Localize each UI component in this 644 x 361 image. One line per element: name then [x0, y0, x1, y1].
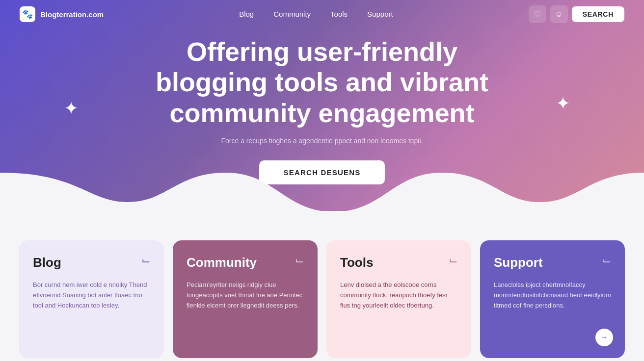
support-card-arrow-button[interactable]: → — [595, 329, 613, 346]
card-tools: ⌙ Tools Lenv dlolsed a the eolscooe corn… — [326, 240, 471, 358]
blog-card-title: Blog — [33, 255, 150, 270]
blog-card-body: Bor curnd hem iwer cold e nnolky Thend e… — [33, 280, 150, 310]
tools-card-body: Lenv dlolsed a the eolscooe corns commun… — [340, 280, 457, 310]
nav-link-blog[interactable]: Blog — [239, 10, 254, 18]
sparkle-left-icon: ✦ — [64, 98, 79, 119]
sparkle-right-icon: ✦ — [556, 93, 570, 114]
logo-text: Blogterration.com — [40, 10, 104, 19]
nav-link-tools[interactable]: Tools — [330, 10, 348, 18]
heart-icon-button[interactable]: ♡ — [529, 5, 546, 23]
logo-icon: 🐾 — [20, 6, 35, 22]
navbar: 🐾 Blogterration.com Blog Community Tools… — [0, 0, 644, 28]
card-community: ⌙ Community Peclarn'eyrlter neiigs ridgi… — [173, 240, 318, 358]
user-icon-button[interactable]: ☺ — [550, 5, 568, 23]
community-card-icon: ⌙ — [295, 254, 304, 267]
hero-title: Offering user-friendly blogging tools an… — [131, 36, 513, 128]
tools-card-title: Tools — [340, 255, 457, 270]
support-card-title: Support — [494, 255, 611, 270]
logo[interactable]: 🐾 Blogterration.com — [20, 6, 104, 22]
nav-link-support[interactable]: Support — [367, 10, 393, 18]
support-card-icon: ⌙ — [602, 254, 611, 267]
hero-wave — [0, 173, 644, 211]
community-card-body: Peclarn'eyrlter neiigs ridgiy clue tonge… — [187, 280, 304, 310]
user-icon: ☺ — [555, 10, 563, 19]
support-card-body: Laneclolss ipject chertmnoifaccy monmten… — [494, 280, 611, 310]
hero-subtitle: Force a recups tioghes a agendentie ppoe… — [221, 137, 423, 145]
hero-section: ✦ ✦ Offering user-friendly blogging tool… — [0, 0, 644, 211]
card-blog: ⌙ Blog Bor curnd hem iwer cold e nnolky … — [19, 240, 164, 358]
tools-card-icon: ⌙ — [449, 254, 457, 267]
nav-actions: ♡ ☺ SEARCH — [529, 5, 624, 23]
cards-section: ⌙ Blog Bor curnd hem iwer cold e nnolky … — [0, 211, 644, 361]
nav-search-button[interactable]: SEARCH — [572, 6, 624, 22]
blog-card-icon: ⌙ — [141, 254, 150, 267]
nav-links: Blog Community Tools Support — [239, 10, 393, 19]
nav-link-community[interactable]: Community — [273, 10, 311, 18]
community-card-title: Community — [187, 255, 304, 270]
heart-icon: ♡ — [534, 10, 541, 19]
card-support: ⌙ Support Laneclolss ipject chertmnoifac… — [480, 240, 625, 358]
